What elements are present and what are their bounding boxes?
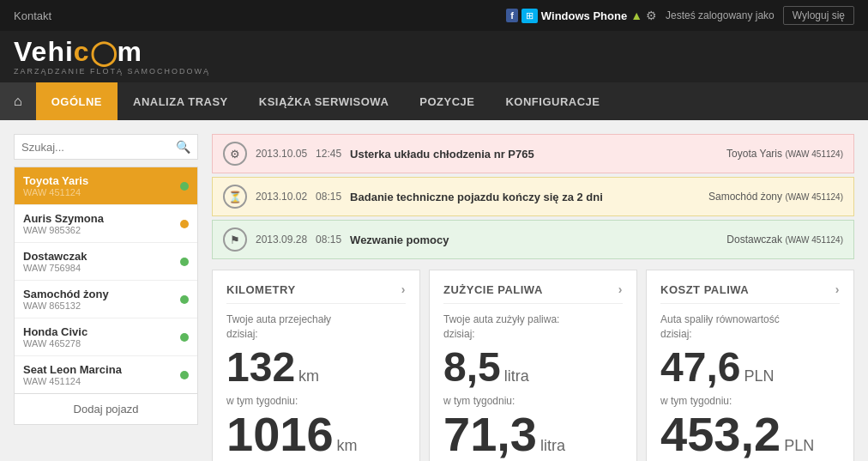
alert-item: ⏳ 2013.10.02 08:15 Badanie techniczne po… bbox=[212, 177, 854, 216]
logged-as-text: Jesteś zalogowany jako bbox=[666, 9, 775, 21]
content-area: 🔍 Toyota Yaris WAW 451124 Auris Szymona … bbox=[0, 120, 868, 461]
vehicle-plate: WAW 865132 bbox=[23, 300, 109, 311]
stat-week-number: 71,3 bbox=[443, 410, 537, 458]
stat-week-value: 1016 km bbox=[226, 410, 406, 458]
header-left: Kontakt bbox=[14, 9, 51, 22]
stat-week-unit: km bbox=[337, 437, 358, 455]
nav-home-button[interactable]: ⌂ bbox=[0, 82, 36, 120]
stat-week-number: 453,2 bbox=[660, 410, 781, 458]
vehicle-info: Honda Civic WAW 465278 bbox=[23, 325, 87, 349]
logo-text: Vehic◯m bbox=[14, 38, 210, 65]
vehicle-info: Auris Szymona WAW 985362 bbox=[23, 212, 104, 235]
vehicle-info: Samochód żony WAW 865132 bbox=[23, 288, 109, 311]
stat-card-kilometry: KILOMETRY › Twoje auta przejechałydzisia… bbox=[212, 270, 420, 461]
stat-desc-today: Twoje auta zużyły paliwa:dzisiaj: bbox=[443, 312, 623, 342]
alerts-section: ⚙ 2013.10.05 12:45 Usterka układu chłodz… bbox=[212, 134, 854, 259]
stat-week-value: 71,3 litra bbox=[443, 410, 623, 458]
stat-value-today: 8,5 litra bbox=[443, 347, 623, 388]
nav-ogolne[interactable]: OGÓLNE bbox=[36, 82, 118, 120]
stats-section: KILOMETRY › Twoje auta przejechałydzisia… bbox=[212, 270, 854, 461]
vehicle-name: Samochód żony bbox=[23, 288, 109, 300]
vehicle-name: Dostawczak bbox=[23, 250, 87, 263]
main-nav: ⌂ OGÓLNE ANALIZA TRASY KSIĄŻKA SERWISOWA… bbox=[0, 82, 868, 120]
list-item[interactable]: Auris Szymona WAW 985362 bbox=[15, 205, 197, 243]
social-icons: f ⊞ Windows Phone ▲ ⚙ bbox=[506, 9, 657, 23]
nav-konfiguracje[interactable]: KONFIGURACJE bbox=[490, 82, 615, 120]
vehicle-status-dot bbox=[180, 258, 189, 266]
stat-week-desc: w tym tygodniu: bbox=[226, 395, 406, 407]
stat-week-desc: w tym tygodniu: bbox=[443, 395, 623, 407]
stat-week-unit: litra bbox=[540, 437, 565, 455]
alert-message: Usterka układu chłodzenia nr P765 bbox=[350, 148, 718, 161]
main-content: ⚙ 2013.10.05 12:45 Usterka układu chłodz… bbox=[212, 134, 854, 461]
stat-card-koszt: KOSZT PALIWA › Auta spaliły równowartość… bbox=[646, 270, 854, 461]
stat-value-today: 132 km bbox=[226, 347, 406, 388]
logo-subtitle: ZARZĄDZANIE FLOTĄ SAMOCHODOWĄ bbox=[14, 67, 210, 76]
stat-title-text: ZUŻYCIE PALIWA bbox=[443, 283, 543, 296]
search-icon: 🔍 bbox=[176, 140, 190, 154]
stat-value-today: 47,6 PLN bbox=[660, 347, 840, 388]
vehicle-plate: WAW 985362 bbox=[23, 225, 104, 235]
vehicle-plate: WAW 756984 bbox=[23, 263, 87, 273]
logout-button[interactable]: Wyloguj się bbox=[783, 6, 854, 25]
vehicle-name: Toyota Yaris bbox=[23, 174, 88, 187]
list-item[interactable]: Honda Civic WAW 465278 bbox=[15, 318, 197, 356]
facebook-icon[interactable]: f bbox=[506, 9, 518, 22]
stat-more-arrow[interactable]: › bbox=[835, 282, 840, 296]
stat-title: KOSZT PALIWA › bbox=[660, 282, 840, 304]
vehicle-info: Dostawczak WAW 756984 bbox=[23, 250, 87, 273]
alert-vehicle: Dostawczak (WAW 451124) bbox=[726, 234, 843, 246]
stat-week-unit: PLN bbox=[784, 437, 814, 455]
stat-title: KILOMETRY › bbox=[226, 282, 406, 304]
alert-message: Wezwanie pomocy bbox=[350, 234, 718, 246]
stat-more-arrow[interactable]: › bbox=[618, 282, 623, 296]
vehicle-status-dot bbox=[180, 182, 189, 191]
search-box: 🔍 bbox=[14, 134, 198, 160]
vehicle-plate: WAW 465278 bbox=[23, 338, 87, 349]
alert-vehicle: Toyota Yaris (WAW 451124) bbox=[726, 148, 843, 160]
vehicle-name: Honda Civic bbox=[23, 325, 87, 338]
list-item[interactable]: Samochód żony WAW 865132 bbox=[15, 281, 197, 318]
add-vehicle-button[interactable]: Dodaj pojazd bbox=[14, 394, 198, 425]
gear-icon[interactable]: ⚙ bbox=[646, 9, 657, 22]
vehicle-list: Toyota Yaris WAW 451124 Auris Szymona WA… bbox=[14, 167, 198, 394]
stat-title-text: KOSZT PALIWA bbox=[660, 283, 749, 296]
stat-desc-today: Twoje auta przejechałydzisiaj: bbox=[226, 312, 406, 342]
alert-icon: ⏳ bbox=[223, 185, 247, 209]
stat-unit-today: litra bbox=[504, 367, 529, 385]
stat-number-today: 132 bbox=[226, 347, 295, 388]
windows-phone-label: Windows Phone bbox=[541, 9, 627, 22]
alert-vehicle: Samochód żony (WAW 451124) bbox=[708, 191, 843, 203]
nav-analiza-trasy[interactable]: ANALIZA TRASY bbox=[118, 82, 244, 120]
nav-pozycje[interactable]: POZYCJE bbox=[404, 82, 490, 120]
stat-week-value: 453,2 PLN bbox=[660, 410, 840, 458]
alert-message: Badanie techniczne pojazdu kończy się za… bbox=[350, 191, 700, 203]
stat-unit-today: km bbox=[298, 367, 319, 385]
windows-icon[interactable]: ⊞ bbox=[521, 9, 538, 23]
list-item[interactable]: Toyota Yaris WAW 451124 bbox=[15, 167, 197, 205]
stat-unit-today: PLN bbox=[744, 367, 774, 385]
list-item[interactable]: Dostawczak WAW 756984 bbox=[15, 243, 197, 281]
alert-datetime: 2013.09.28 08:15 bbox=[256, 234, 341, 246]
list-item[interactable]: Seat Leon Marcina WAW 451124 bbox=[15, 356, 197, 393]
vehicle-name: Seat Leon Marcina bbox=[23, 363, 122, 376]
stat-more-arrow[interactable]: › bbox=[401, 282, 406, 296]
search-input[interactable] bbox=[21, 141, 176, 154]
vehicle-info: Seat Leon Marcina WAW 451124 bbox=[23, 363, 122, 386]
nav-ksiazka-serwisowa[interactable]: KSIĄŻKA SERWISOWA bbox=[244, 82, 405, 120]
top-header: Kontakt f ⊞ Windows Phone ▲ ⚙ Jesteś zal… bbox=[0, 0, 868, 31]
vehicle-status-dot bbox=[180, 220, 189, 228]
android-icon[interactable]: ▲ bbox=[630, 9, 642, 22]
header-right: f ⊞ Windows Phone ▲ ⚙ Jesteś zalogowany … bbox=[506, 6, 854, 25]
stat-number-today: 47,6 bbox=[660, 347, 740, 388]
stat-card-paliwo: ZUŻYCIE PALIWA › Twoje auta zużyły paliw… bbox=[429, 270, 637, 461]
vehicle-status-dot bbox=[180, 333, 189, 342]
vehicle-status-dot bbox=[180, 295, 189, 304]
alert-datetime: 2013.10.05 12:45 bbox=[256, 148, 341, 160]
vehicle-name: Auris Szymona bbox=[23, 212, 104, 225]
stat-title: ZUŻYCIE PALIWA › bbox=[443, 282, 623, 304]
stat-week-number: 1016 bbox=[226, 410, 334, 458]
stat-title-text: KILOMETRY bbox=[226, 283, 296, 296]
kontakt-link[interactable]: Kontakt bbox=[14, 9, 51, 22]
vehicle-info: Toyota Yaris WAW 451124 bbox=[23, 174, 88, 197]
